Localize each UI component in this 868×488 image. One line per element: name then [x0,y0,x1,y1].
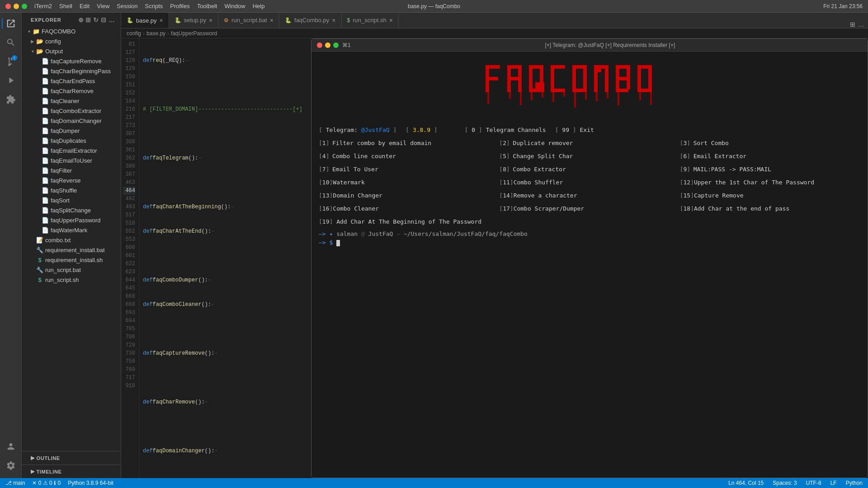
sidebar-item-faqfilter[interactable]: ▶ 📄 faqFilter [22,165,121,175]
svg-rect-37 [509,92,511,99]
menu-window[interactable]: Window [224,3,245,9]
activity-explorer[interactable] [2,14,20,33]
menu-shell[interactable]: Shell [59,3,72,9]
python-status[interactable]: Python 3.8.9 64-bit [66,480,115,486]
more-actions-icon[interactable]: … [108,16,115,23]
tab-runbat[interactable]: ⚙ run_script.bat × [218,13,279,28]
sidebar-item-faqwatermark[interactable]: ▶ 📄 faqWaterMark [22,225,121,235]
indentation[interactable]: Spaces: 3 [771,480,798,486]
sidebar-item-faqduplicates[interactable]: ▶ 📄 faqDuplicates [22,136,121,145]
tab-close-button[interactable]: × [332,17,335,23]
language-mode[interactable]: Python [844,480,864,486]
traffic-lights[interactable] [5,4,27,9]
tab-setuppy[interactable]: 🐍 setup.py × [169,13,218,28]
menu-session[interactable]: Session [117,3,137,9]
close-button[interactable] [5,4,11,9]
activity-source-control[interactable] [2,52,20,70]
sidebar-item-faqupperpassword[interactable]: ▶ 📄 faqUpperPassword [22,215,121,225]
txt-file-icon: 📝 [36,236,43,244]
menu-scripts[interactable]: Scripts [145,3,163,9]
sidebar-item-combotxt[interactable]: ▶ 📝 combo.txt [22,235,121,245]
cursor-position[interactable]: Ln 464, Col 15 [726,480,765,486]
menu-edit[interactable]: Edit [80,3,90,9]
breadcrumb-basepy[interactable]: base.py [146,30,165,37]
activity-run[interactable] [2,71,20,89]
tab-close-button[interactable]: × [160,17,163,23]
sidebar-item-faqshuffle[interactable]: ▶ 📄 faqShuffle [22,185,121,195]
menu-toolbelt[interactable]: Toolbelt [197,3,217,9]
refresh-icon[interactable]: ↻ [93,16,99,23]
sidebar-item-faqcharpass[interactable]: ▶ 📄 faqCharBeginningPass [22,66,121,76]
timeline-header[interactable]: ▶ TIMELINE [22,467,121,476]
sidebar-item-faqdomainchanger[interactable]: ▶ 📄 faqDomainChanger [22,116,121,126]
split-editor-icon[interactable]: ⊞ [850,21,855,28]
git-branch[interactable]: ⎇ main [4,480,27,486]
option-num: [9] [680,166,693,173]
option-num: [7] [319,166,332,173]
terminal-prompt[interactable]: –> ✦ salman @ JustFaQ – ~/Users/salman/J… [319,230,860,237]
sidebar-item-output[interactable]: ▾ 📂 Output [22,46,121,56]
minimize-button[interactable] [14,4,19,9]
sidebar-item-faqcharendpass[interactable]: ▶ 📄 faqCharEndPass [22,76,121,86]
new-folder-icon[interactable]: ⊞ [85,16,91,23]
menu-option-4: [4] Combo line counter [319,153,499,160]
terminal-minimize[interactable] [325,42,330,48]
sidebar-item-run-sh[interactable]: ▶ $ run_script.sh [22,275,121,285]
errors-warnings[interactable]: ✕ 0 ⚠ 0 ℹ 0 [30,480,62,486]
sidebar-item-faqemailtouser[interactable]: ▶ 📄 faqEmailToUser [22,155,121,165]
sidebar-item-config[interactable]: ▶ 📂 config [22,36,121,46]
menu-profiles[interactable]: Profiles [170,3,189,9]
breadcrumb: config › base.py › faqUpperPassword [121,28,868,38]
collapse-icon: ▶ [31,469,35,474]
breadcrumb-config[interactable]: config [127,30,141,37]
tab-faqcombopy[interactable]: 🐍 faqCombo.py × [279,13,342,28]
bat-file-icon: ⚙ [224,17,229,23]
menu-iterm2[interactable]: iTerm2 [34,3,52,9]
tab-runsh[interactable]: $ run_script.sh × [342,13,399,28]
sidebar-item-faqsplitchange[interactable]: ▶ 📄 faqSplitChange [22,205,121,215]
sidebar-item-faqcleaner[interactable]: ▶ 📄 faqCleaner [22,96,121,106]
terminal-close[interactable] [317,42,322,48]
sidebar-item-faqcomboextractor[interactable]: ▶ 📄 faqComboExtractor [22,106,121,116]
sidebar-item-faqcharremove[interactable]: ▶ 📄 faqCharRemove [22,86,121,96]
sidebar-header-icons[interactable]: ⊕ ⊞ ↻ ⊟ … [78,16,115,23]
tab-close-button[interactable]: × [389,17,393,23]
sidebar-item-faqcaptureremove[interactable]: ▶ 📄 faqCaptureRemove [22,56,121,66]
sidebar-item-req-bat[interactable]: ▶ 🔧 requirement_install.bat [22,245,121,255]
menu-view[interactable]: View [97,3,109,9]
breadcrumb-function[interactable]: faqUpperPassword [171,30,217,37]
sidebar-item-faqsort[interactable]: ▶ 📄 faqSort [22,195,121,205]
activity-search[interactable] [2,33,20,52]
terminal-maximize[interactable] [333,42,339,48]
tab-close-button[interactable]: × [270,17,274,23]
file-icon: 📄 [42,167,49,174]
new-file-icon[interactable]: ⊕ [78,16,84,23]
sidebar-item-req-sh[interactable]: ▶ $ requirement_install.sh [22,255,121,265]
prompt-5: ✦ [329,230,333,237]
prompt-line2[interactable]: –> $ [319,239,860,246]
tab-close-button[interactable]: × [209,17,212,23]
line-numbers: 81 127 128 129 150 151 152 184 216 217 2… [121,38,139,478]
tab-basepy[interactable]: 🐍 base.py × [121,13,169,28]
outline-header[interactable]: ▶ OUTLINE [22,453,121,463]
line-ending[interactable]: LF [829,480,839,486]
activity-extensions[interactable] [2,90,20,108]
terminal-shortcut: ⌘1 [342,42,351,48]
terminal-traffic-lights[interactable] [317,42,339,48]
option-label: Email To User [332,166,378,173]
activity-account[interactable] [2,437,20,455]
sidebar-item-run-bat[interactable]: ▶ 🔧 run_script.bat [22,265,121,275]
sidebar-item-faqreverse[interactable]: ▶ 📄 faqReverse [22,175,121,185]
collapse-icon[interactable]: ⊟ [101,16,107,23]
encoding[interactable]: UTF-8 [804,480,823,486]
menu-help[interactable]: Help [253,3,265,9]
menu-option-5: [5] Change Split Char [499,153,679,160]
maximize-button[interactable] [22,4,27,9]
more-tabs-icon[interactable]: … [858,21,864,28]
tree-root[interactable]: ▾ 📁 FAQCOMBO [22,26,121,36]
activity-settings[interactable] [2,456,20,474]
bracket-open: [ [465,127,468,133]
sidebar-item-faqdumper[interactable]: ▶ 📄 faqDumper [22,126,121,136]
sidebar-item-faqemailextractor[interactable]: ▶ 📄 faqEmailExtractor [22,145,121,155]
terminal-body[interactable]: .logo-char { fill: #cc0000; } .logo-drip… [311,52,868,478]
